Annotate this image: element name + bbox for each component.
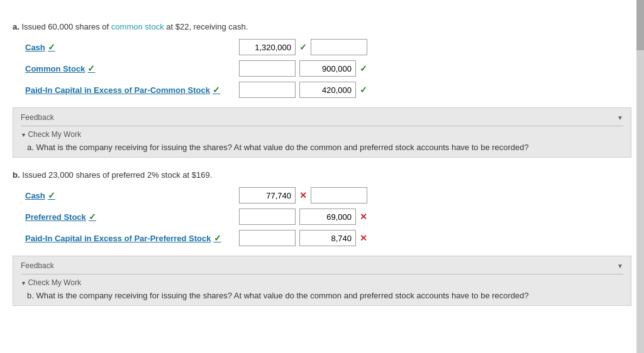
account-check-icon: ✓ bbox=[48, 42, 55, 52]
credit-status-icon: ✓ bbox=[360, 85, 367, 95]
debit-input-a-2[interactable] bbox=[239, 82, 296, 98]
feedback-text-a: a. What is the company receiving for iss… bbox=[21, 143, 623, 152]
account-check-icon: ✓ bbox=[214, 233, 221, 243]
credit-group-a-0 bbox=[311, 39, 367, 55]
debit-input-a-0[interactable] bbox=[239, 39, 296, 55]
credit-group-a-2: ✓ bbox=[299, 82, 367, 98]
section-a: a. Issued 60,000 shares of common stock … bbox=[13, 22, 631, 158]
credit-group-a-1: ✓ bbox=[299, 60, 367, 77]
credit-input-b-2[interactable] bbox=[299, 230, 356, 246]
credit-status-icon: ✕ bbox=[360, 212, 367, 222]
debit-input-b-2[interactable] bbox=[239, 230, 296, 246]
debit-input-b-1[interactable] bbox=[239, 209, 296, 225]
feedback-divider bbox=[21, 274, 623, 274]
credit-status-icon: ✓ bbox=[360, 63, 367, 73]
account-check-icon: ✓ bbox=[48, 190, 55, 200]
entry-row-b-2: Paid-In Capital in Excess of Par-Preferr… bbox=[13, 230, 631, 246]
feedback-label-a: Feedback▼ bbox=[21, 113, 623, 122]
account-label-a-2[interactable]: Paid-In Capital in Excess of Par-Common … bbox=[25, 85, 239, 95]
section-title-a: a. Issued 60,000 shares of common stock … bbox=[13, 22, 631, 31]
entry-row-a-0: Cash ✓✓ bbox=[13, 39, 631, 55]
account-label-a-0[interactable]: Cash ✓ bbox=[25, 42, 239, 52]
feedback-box-a: Feedback▼Check My Worka. What is the com… bbox=[13, 107, 631, 158]
debit-group-b-1 bbox=[239, 209, 296, 225]
credit-input-b-1[interactable] bbox=[299, 209, 356, 225]
debit-group-b-0: ✕ bbox=[239, 187, 307, 204]
scrollbar-thumb[interactable] bbox=[636, 0, 644, 50]
debit-status-icon: ✓ bbox=[299, 42, 307, 52]
section-title-b: b. Issued 23,000 shares of preferred 2% … bbox=[13, 170, 631, 180]
feedback-box-b: Feedback▼Check My Workb. What is the com… bbox=[13, 256, 631, 306]
credit-group-b-1: ✕ bbox=[299, 209, 367, 225]
account-check-icon: ✓ bbox=[213, 85, 220, 95]
account-label-a-1[interactable]: Common Stock ✓ bbox=[25, 63, 239, 73]
feedback-text-b: b. What is the company receiving for iss… bbox=[21, 291, 623, 300]
scrollbar[interactable] bbox=[636, 0, 644, 328]
account-check-icon: ✓ bbox=[89, 212, 96, 222]
debit-input-a-1[interactable] bbox=[239, 60, 296, 77]
feedback-title: Feedback bbox=[21, 113, 54, 122]
feedback-triangle-icon[interactable]: ▼ bbox=[617, 114, 623, 121]
section-b: b. Issued 23,000 shares of preferred 2% … bbox=[13, 170, 631, 306]
credit-input-a-2[interactable] bbox=[299, 82, 356, 98]
credit-group-b-2: ✕ bbox=[299, 230, 367, 246]
feedback-triangle-icon[interactable]: ▼ bbox=[617, 263, 623, 269]
credit-input-a-1[interactable] bbox=[299, 60, 356, 77]
debit-group-a-2 bbox=[239, 82, 296, 98]
account-label-b-0[interactable]: Cash ✓ bbox=[25, 190, 239, 200]
credit-status-icon: ✕ bbox=[360, 233, 367, 243]
entry-row-a-1: Common Stock ✓✓ bbox=[13, 60, 631, 77]
account-label-b-2[interactable]: Paid-In Capital in Excess of Par-Preferr… bbox=[25, 233, 239, 243]
debit-group-a-0: ✓ bbox=[239, 39, 307, 55]
entry-row-a-2: Paid-In Capital in Excess of Par-Common … bbox=[13, 82, 631, 98]
feedback-label-b: Feedback▼ bbox=[21, 261, 623, 270]
check-my-work-b[interactable]: Check My Work bbox=[21, 278, 623, 287]
debit-group-b-2 bbox=[239, 230, 296, 246]
feedback-title: Feedback bbox=[21, 261, 54, 270]
account-check-icon: ✓ bbox=[87, 63, 95, 73]
debit-input-b-0[interactable] bbox=[239, 187, 296, 204]
credit-group-b-0 bbox=[311, 187, 367, 204]
entry-row-b-1: Preferred Stock ✓✕ bbox=[13, 209, 631, 225]
credit-input-a-0[interactable] bbox=[311, 39, 367, 55]
debit-status-icon: ✕ bbox=[299, 190, 307, 200]
entry-row-b-0: Cash ✓✕ bbox=[13, 187, 631, 204]
credit-input-b-0[interactable] bbox=[311, 187, 367, 204]
check-my-work-a[interactable]: Check My Work bbox=[21, 130, 623, 139]
debit-group-a-1 bbox=[239, 60, 296, 77]
feedback-divider bbox=[21, 126, 623, 126]
account-label-b-1[interactable]: Preferred Stock ✓ bbox=[25, 212, 239, 222]
